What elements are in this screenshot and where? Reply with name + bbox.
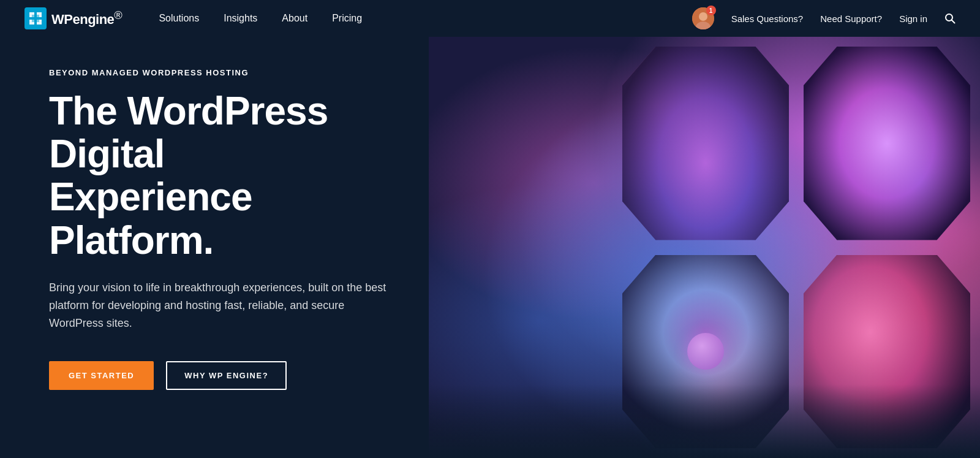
svg-point-2 (699, 12, 707, 21)
get-started-button[interactable]: GET STARTED (49, 361, 154, 390)
nav-solutions[interactable]: Solutions (159, 13, 199, 24)
sign-in-link[interactable]: Sign in (899, 13, 927, 24)
navbar: WPengine® Solutions Insights About Prici… (0, 0, 980, 37)
avatar-button[interactable]: 1 (692, 7, 714, 29)
search-button[interactable] (944, 13, 956, 24)
hero-section: WPengine® Solutions Insights About Prici… (0, 0, 980, 458)
center-orb (687, 333, 724, 370)
hex-cell-top-left (617, 42, 794, 245)
nav-pricing[interactable]: Pricing (332, 13, 362, 24)
hero-headline-line2: Experience Platform. (49, 175, 252, 262)
nav-about[interactable]: About (282, 13, 307, 24)
cta-row: GET STARTED WHY WP ENGINE? (49, 361, 392, 390)
hero-background-art (429, 0, 980, 458)
hex-cell-top-right (799, 42, 975, 245)
hero-eyebrow: BEYOND MANAGED WORDPRESS HOSTING (49, 68, 392, 77)
hero-subtext: Bring your vision to life in breakthroug… (49, 279, 392, 332)
sales-questions-link[interactable]: Sales Questions? (731, 13, 804, 24)
logo-text: WPengine® (51, 9, 122, 28)
notification-badge: 1 (706, 6, 716, 15)
svg-line-5 (952, 20, 955, 23)
need-support-link[interactable]: Need Support? (820, 13, 882, 24)
wpengine-logo-icon (24, 7, 47, 29)
svg-rect-0 (24, 7, 47, 29)
bottom-fade (429, 384, 980, 458)
why-wpengine-button[interactable]: WHY WP ENGINE? (166, 361, 287, 390)
logo[interactable]: WPengine® (24, 7, 122, 29)
hero-headline-line1: The WordPress Digital (49, 89, 328, 176)
hero-content: BEYOND MANAGED WORDPRESS HOSTING The Wor… (0, 37, 429, 458)
nav-right: 1 Sales Questions? Need Support? Sign in (692, 7, 956, 29)
nav-links: Solutions Insights About Pricing (159, 13, 692, 24)
hero-headline: The WordPress Digital Experience Platfor… (49, 90, 392, 262)
nav-insights[interactable]: Insights (224, 13, 257, 24)
search-icon (944, 13, 956, 24)
